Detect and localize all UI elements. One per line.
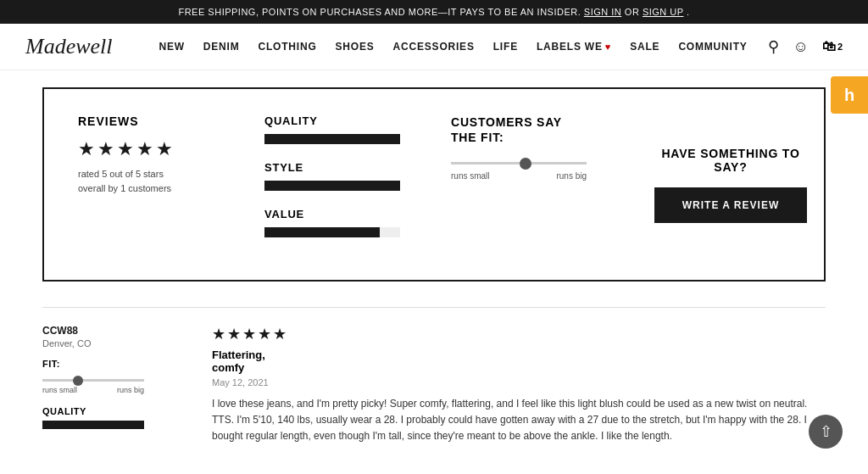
fit-title: CUSTOMERS SAY THE FIT: [451,114,620,145]
nav-item-accessories[interactable]: ACCESSORIES [393,41,475,53]
overall-line: overall by 1 customers [78,181,231,196]
mini-fit-dot [73,376,83,386]
fit-slider: runs small runs big [451,162,620,181]
mini-fit-track [42,379,144,382]
star-3: ★ [117,138,134,160]
style-track [264,181,400,191]
header-icons: ⚲ ☺ 🛍 2 [768,37,843,56]
fit-track [451,162,587,165]
nav-item-labels[interactable]: LABELS WE ♥ [537,41,611,53]
review-content: ★ ★ ★ ★ ★ Flattering, comfy May 12, 2021… [212,325,826,445]
cart-button[interactable]: 🛍 2 [822,39,843,54]
reviewer-location: Denver, CO [42,338,178,349]
star-2: ★ [97,138,114,160]
honey-label: h [844,86,854,105]
header: Madewell NEW DENIM CLOTHING SHOES ACCESS… [0,24,868,70]
quality-track [264,134,400,144]
nav-item-community[interactable]: COMMUNITY [678,41,747,53]
star-1: ★ [78,138,95,160]
cart-count: 2 [837,42,843,52]
top-banner: FREE SHIPPING, POINTS ON PURCHASES AND M… [0,0,868,24]
reviewer-fit-label: FIT: [42,359,178,369]
mini-fit-labels: runs small runs big [42,386,144,394]
nav-item-shoes[interactable]: SHOES [336,41,375,53]
mini-quality-track [42,421,144,429]
nav-item-clothing[interactable]: CLOTHING [259,41,317,53]
style-bar-group: STYLE [264,161,417,191]
write-section: HAVE SOMETHING TO SAY? WRITE A REVIEW [654,114,807,254]
reviews-summary: REVIEWS ★ ★ ★ ★ ★ rated 5 out of 5 stars… [78,114,231,254]
the-fit: THE FIT: [451,131,504,144]
bag-icon: 🛍 [822,39,836,54]
style-fill [264,181,400,191]
rating-text: rated 5 out of 5 stars overall by 1 cust… [78,167,231,195]
star-4: ★ [136,138,153,160]
mini-quality-fill [42,421,144,429]
banner-period: . [687,7,690,17]
star-5: ★ [156,138,173,160]
mini-fit-big: runs big [117,386,144,394]
review-date: May 12, 2021 [212,377,826,388]
customers-say: CUSTOMERS SAY [451,115,562,129]
review-headline: Flattering, comfy [212,349,826,374]
nav-item-life[interactable]: LIFE [493,41,518,53]
value-bar-group: VALUE [264,208,417,237]
quality-fill [264,134,400,144]
reviewer-quality-label: QUALITY [42,406,178,416]
banner-text: FREE SHIPPING, POINTS ON PURCHASES AND M… [178,7,581,17]
nav-item-sale[interactable]: SALE [630,41,659,53]
style-label: STYLE [264,161,417,174]
write-review-button[interactable]: WRITE A REVIEW [654,187,807,223]
main-content: REVIEWS ★ ★ ★ ★ ★ rated 5 out of 5 stars… [0,70,868,474]
search-icon[interactable]: ⚲ [768,37,779,56]
reviews-box: REVIEWS ★ ★ ★ ★ ★ rated 5 out of 5 stars… [42,87,826,282]
heart-icon: ♥ [605,42,611,52]
overall-stars: ★ ★ ★ ★ ★ [78,138,231,160]
value-label: VALUE [264,208,417,220]
labels-text: LABELS WE [537,41,603,53]
write-title: HAVE SOMETHING TO SAY? [654,147,807,174]
headline-line2: comfy [212,361,244,374]
quality-bar-group: QUALITY [264,114,417,144]
rating-line: rated 5 out of 5 stars [78,167,231,181]
account-icon[interactable]: ☺ [793,38,808,56]
reviewer-name: CCW88 [42,325,178,337]
value-track [264,227,400,237]
review-text: I love these jeans, and I'm pretty picky… [212,396,826,445]
review-stars: ★ ★ ★ ★ ★ [212,325,826,343]
value-fill [264,227,380,237]
reviews-title: REVIEWS [78,114,231,128]
reviewer-info: CCW88 Denver, CO FIT: runs small runs bi… [42,325,178,445]
mini-fit-small: runs small [42,386,77,394]
fit-dot [520,158,531,170]
r-star-2: ★ [227,325,241,343]
honey-button[interactable]: h [831,76,868,114]
chevron-up-icon: ⇧ [820,422,832,441]
nav-item-denim[interactable]: DENIM [203,41,240,53]
bars-section: QUALITY STYLE VALUE [264,114,417,254]
headline-line1: Flattering, [212,349,265,361]
sign-up-link[interactable]: SIGN UP [643,7,684,17]
review-item: CCW88 Denver, CO FIT: runs small runs bi… [42,325,826,462]
reviews-divider [42,307,826,308]
r-star-1: ★ [212,325,225,343]
r-star-5: ★ [273,325,287,343]
banner-or: OR [625,7,643,17]
fit-section: CUSTOMERS SAY THE FIT: runs small runs b… [451,114,620,254]
main-nav: NEW DENIM CLOTHING SHOES ACCESSORIES LIF… [138,41,769,53]
nav-item-new[interactable]: NEW [159,41,184,53]
fit-small-label: runs small [451,171,490,181]
fit-big-label: runs big [556,171,587,181]
logo[interactable]: Madewell [25,34,113,59]
r-star-4: ★ [258,325,271,343]
quality-label: QUALITY [264,114,417,127]
sign-in-link[interactable]: SIGN IN [584,7,621,17]
back-to-top-button[interactable]: ⇧ [809,415,843,449]
fit-labels: runs small runs big [451,171,587,181]
r-star-3: ★ [242,325,256,343]
